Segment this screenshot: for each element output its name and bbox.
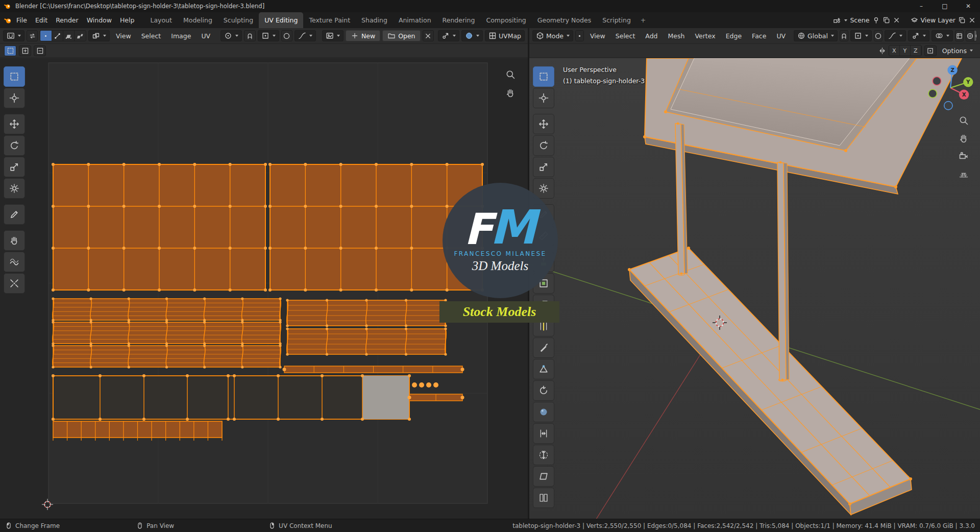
tool-pinch[interactable] [4,273,25,294]
uv-canvas[interactable] [0,58,528,519]
pin-icon[interactable] [872,16,880,24]
tool-select-box[interactable] [533,66,554,87]
delete-scene-icon[interactable] [893,16,900,24]
add-workspace-button[interactable]: + [636,12,650,28]
gizmo-neg-x-axis[interactable] [933,77,941,85]
tool-select-box[interactable] [4,66,25,87]
mirror-y-button[interactable]: Y [900,45,911,56]
gizmos-dropdown[interactable] [438,30,459,41]
xray-toggle[interactable] [955,30,964,41]
perspective-toggle-icon[interactable] [959,169,969,179]
shading-wireframe-button[interactable] [966,31,974,41]
vp-menu-face[interactable]: Face [748,30,770,42]
vp-snap-toggle[interactable] [840,30,848,41]
select-mode-subtract-button[interactable] [34,45,46,56]
tab-shading[interactable]: Shading [356,12,393,28]
tool-knife[interactable] [533,337,554,358]
tab-rendering[interactable]: Rendering [437,12,481,28]
viewport-canvas[interactable]: User Perspective (1) tabletop-sign-holde… [529,58,980,519]
new-scene-icon[interactable] [883,16,890,24]
minimize-button[interactable]: – [910,0,933,12]
mode-dropdown[interactable]: Mode [532,30,573,41]
tool-cursor[interactable] [533,88,554,108]
tool-cursor[interactable] [4,88,25,108]
delete-view-layer-icon[interactable] [968,16,976,24]
tab-layout[interactable]: Layout [144,12,178,28]
mirror-z-button[interactable]: Z [911,45,921,56]
zoom-icon[interactable] [505,69,516,80]
proportional-falloff-dropdown[interactable] [295,30,316,41]
tool-transform[interactable] [4,178,25,199]
uv-sync-selection-toggle[interactable] [27,30,38,41]
vp-falloff-dropdown[interactable] [885,30,906,41]
correct-face-attributes-toggle[interactable] [924,45,937,56]
tab-compositing[interactable]: Compositing [480,12,531,28]
pivot-point-dropdown[interactable] [220,30,242,41]
unlink-image-button[interactable] [423,30,434,41]
uv-menu-view[interactable]: View [112,30,135,42]
menu-edit[interactable]: Edit [31,14,52,26]
show-gizmo-dropdown[interactable] [908,30,929,41]
scene-name[interactable]: Scene [850,16,869,24]
tab-modeling[interactable]: Modeling [178,12,218,28]
uv-select-face-button[interactable] [63,31,75,41]
menu-render[interactable]: Render [52,14,83,26]
uv-menu-select[interactable]: Select [137,30,165,42]
transform-orientation-dropdown[interactable]: Global [794,30,838,41]
open-image-button[interactable]: Open [382,30,420,41]
zoom-icon[interactable] [959,115,969,126]
tool-relax[interactable] [4,252,25,272]
tool-scale[interactable] [4,157,25,177]
mirror-x-button[interactable]: X [889,45,900,56]
menu-window[interactable]: Window [83,14,116,26]
vp-menu-uv[interactable]: UV [772,30,790,42]
tool-spin[interactable] [533,380,554,401]
tab-texture-paint[interactable]: Texture Paint [303,12,356,28]
select-mode-extend-button[interactable] [19,45,31,56]
view-layer-name[interactable]: View Layer [921,16,956,24]
tool-shear[interactable] [533,466,554,487]
vp-menu-add[interactable]: Add [641,30,662,42]
vp-menu-edge[interactable]: Edge [722,30,746,42]
maximize-button[interactable]: □ [933,0,957,12]
tool-shrink-fatten[interactable] [533,445,554,465]
pan-hand-icon[interactable] [959,133,969,143]
uv-select-edge-button[interactable] [52,31,63,41]
scene-dropdown-caret[interactable] [844,19,847,21]
vp-proportional-toggle[interactable] [874,30,883,41]
view-layer-icon[interactable] [911,16,918,24]
tool-poly-build[interactable] [533,359,554,379]
tool-options-dropdown[interactable]: Options [939,45,976,56]
sticky-selection-dropdown[interactable] [88,30,110,41]
uv-select-island-button[interactable] [75,31,86,41]
menu-help[interactable]: Help [116,14,139,26]
tool-grab[interactable] [4,230,25,251]
vp-menu-vertex[interactable]: Vertex [691,30,719,42]
tool-smooth[interactable] [533,402,554,422]
new-image-button[interactable]: New [346,30,380,41]
pan-hand-icon[interactable] [505,88,516,98]
gizmo-neg-z-axis[interactable] [944,102,952,110]
uv-select-vertex-button[interactable] [40,31,52,41]
show-overlays-dropdown[interactable] [932,30,953,41]
uv-menu-uv[interactable]: UV [197,30,214,42]
camera-view-icon[interactable] [959,151,969,161]
tool-scale[interactable] [533,157,554,177]
tab-geometry-nodes[interactable]: Geometry Nodes [532,12,597,28]
tab-uv-editing[interactable]: UV Editing [259,12,303,28]
tool-move[interactable] [533,114,554,134]
uv-menu-image[interactable]: Image [167,30,195,42]
tool-move[interactable] [4,114,25,134]
tab-sculpting[interactable]: Sculpting [218,12,259,28]
vertex-select-button[interactable] [576,31,584,41]
tool-rip-region[interactable] [533,488,554,508]
tool-rotate[interactable] [4,135,25,156]
image-browse-dropdown[interactable] [322,30,344,41]
close-button[interactable]: ✕ [957,0,980,12]
editor-type-dropdown[interactable] [3,30,24,41]
overlays-dropdown[interactable] [461,30,483,41]
vp-menu-select[interactable]: Select [611,30,640,42]
scene-icon[interactable] [833,16,841,24]
new-view-layer-icon[interactable] [958,16,966,24]
proportional-editing-toggle[interactable] [281,30,292,41]
